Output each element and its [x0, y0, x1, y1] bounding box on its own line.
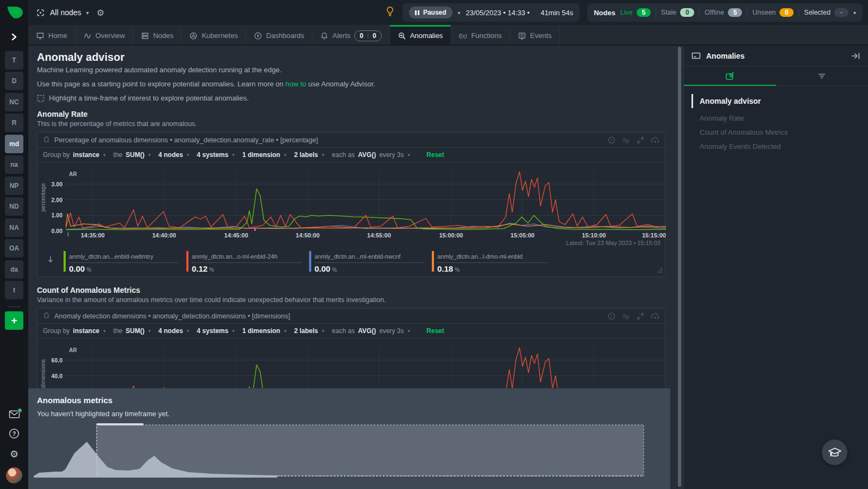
line-chart-svg[interactable]: [66, 170, 666, 231]
workspace-item-md[interactable]: md: [5, 135, 23, 153]
each-as-value[interactable]: AVG(): [358, 151, 376, 159]
node-state-unseen[interactable]: Unseen0: [752, 8, 794, 17]
chevron-down-icon[interactable]: ▾: [408, 328, 411, 334]
expand-rail-button[interactable]: [8, 30, 21, 45]
tab-dashboards[interactable]: Dashboards: [246, 25, 312, 45]
date-range-text[interactable]: 23/05/2023 • 14:33 •: [466, 9, 530, 17]
node-state-live[interactable]: Live5: [620, 8, 651, 17]
space-settings-gear-icon[interactable]: ⚙: [97, 8, 104, 18]
node-state-stale[interactable]: Stale0: [661, 8, 695, 17]
chevron-down-icon[interactable]: ▾: [232, 328, 235, 334]
timeframe-illustration[interactable]: [34, 423, 658, 480]
filter-subtab[interactable]: [776, 66, 868, 86]
sidebar-nav-anomaly-rate[interactable]: Anomaly Rate: [691, 111, 868, 126]
sidebar-nav-anomaly-advisor[interactable]: Anomaly advisor: [691, 94, 868, 108]
news-envelope-icon[interactable]: [9, 410, 20, 421]
rail-bottom-icons: ? ⚙: [0, 410, 28, 484]
sidebar-nav-anomaly-events-detected[interactable]: Anomaly Events Detected: [691, 140, 868, 154]
tab-anomalies[interactable]: Anomalies: [390, 25, 451, 45]
cloud-download-icon[interactable]: [651, 136, 659, 144]
aggregation-value[interactable]: SUM(): [125, 151, 144, 159]
netdata-logo[interactable]: [0, 0, 28, 25]
tab-overview[interactable]: Overview: [76, 25, 133, 45]
user-avatar[interactable]: [6, 467, 22, 484]
legend-sort-arrow-icon[interactable]: [47, 255, 64, 265]
workspace-item-NA[interactable]: NA: [5, 218, 23, 237]
each-as-value[interactable]: AVG(): [358, 327, 376, 335]
workspace-item-T[interactable]: T: [5, 51, 23, 70]
tab-alerts[interactable]: Alerts00: [312, 25, 390, 45]
chevron-down-icon[interactable]: ▾: [232, 152, 235, 158]
workspace-item-D[interactable]: D: [5, 72, 23, 90]
play-pause-button[interactable]: Paused: [409, 7, 452, 18]
workspace-item-ND[interactable]: ND: [5, 197, 23, 216]
info-icon[interactable]: i: [608, 312, 615, 320]
info-icon[interactable]: i: [608, 136, 615, 144]
workspace-item-da[interactable]: da: [5, 260, 23, 279]
settings-gear-icon[interactable]: ⚙: [10, 448, 18, 460]
advisor-subtab[interactable]: [684, 66, 776, 86]
every-label: every 3s: [379, 151, 404, 159]
resize-grip-icon[interactable]: [657, 265, 663, 275]
chevron-down-icon[interactable]: ▾: [148, 152, 151, 158]
lightbulb-icon[interactable]: [385, 6, 395, 19]
node-state-count: 5: [728, 8, 742, 17]
reset-button[interactable]: Reset: [426, 151, 444, 159]
node-state-offline[interactable]: Offline5: [705, 8, 742, 17]
tab-kubernetes[interactable]: Kubernetes: [181, 25, 246, 45]
tab-nodes[interactable]: Nodes: [133, 25, 182, 45]
chevron-down-icon[interactable]: ▾: [187, 152, 190, 158]
dimensions-dropdown[interactable]: 1 dimension: [242, 327, 280, 335]
systems-dropdown[interactable]: 4 systems: [197, 327, 228, 335]
chevron-down-icon[interactable]: ▾: [408, 152, 411, 158]
learn-fab-button[interactable]: [822, 440, 847, 465]
workspace-item-na[interactable]: na: [5, 155, 23, 174]
chevron-down-icon[interactable]: ▾: [284, 152, 287, 158]
chart-plot-area[interactable]: percentageAR3.002.001.000.00i14:35:0014:…: [37, 162, 665, 240]
workspace-item-NP[interactable]: NP: [5, 177, 23, 195]
chevron-down-icon[interactable]: ▾: [284, 328, 287, 334]
sidebar-nav-count-of-anomalous-metrics[interactable]: Count of Anomalous Metrics: [691, 126, 868, 140]
group-by-value[interactable]: instance: [73, 327, 99, 335]
workspace-item-t[interactable]: t: [5, 281, 23, 299]
nodes-dropdown[interactable]: 4 nodes: [158, 151, 183, 159]
cloud-download-icon[interactable]: [651, 312, 659, 320]
workspace-item-NC[interactable]: NC: [5, 93, 23, 111]
node-filter-picker[interactable]: All nodes ▾: [36, 8, 89, 17]
help-icon[interactable]: ?: [9, 428, 20, 441]
legend-item[interactable]: anmly_dtctn.an...l-dmo-ml-enbld0.18%: [432, 251, 555, 274]
how-to-link[interactable]: how to: [285, 80, 306, 88]
labels-dropdown[interactable]: 2 labels: [294, 151, 318, 159]
dimensions-dropdown[interactable]: 1 dimension: [242, 151, 280, 159]
fullscreen-icon[interactable]: [637, 136, 644, 144]
workspace-item-R[interactable]: R: [5, 114, 23, 132]
chevron-down-icon[interactable]: ▾: [322, 328, 325, 334]
chevron-down-icon[interactable]: ▾: [322, 152, 325, 158]
tab-home[interactable]: Home: [28, 25, 76, 45]
collapse-panel-icon[interactable]: [851, 52, 860, 60]
systems-dropdown[interactable]: 4 systems: [197, 151, 228, 159]
chevron-down-icon[interactable]: ▾: [853, 10, 856, 16]
group-by-value[interactable]: instance: [73, 151, 99, 159]
fullscreen-icon[interactable]: [637, 312, 644, 320]
chevron-down-icon[interactable]: ▾: [458, 10, 461, 16]
scrollbar-thumb[interactable]: [678, 47, 681, 487]
chart-type-icon[interactable]: [622, 136, 630, 144]
chevron-down-icon[interactable]: ▾: [187, 328, 190, 334]
tab-functions[interactable]: f(x)Functions: [451, 25, 510, 45]
chevron-down-icon[interactable]: ▾: [103, 328, 106, 334]
labels-dropdown[interactable]: 2 labels: [294, 327, 318, 335]
aggregation-value[interactable]: SUM(): [125, 327, 144, 335]
tab-events[interactable]: Events: [510, 25, 560, 45]
legend-item[interactable]: anmly_dtctn.an...ml-enbld-nwcnf0.00%: [309, 251, 432, 274]
nodes-dropdown[interactable]: 4 nodes: [158, 327, 183, 335]
chevron-down-icon[interactable]: ▾: [103, 152, 106, 158]
chevron-down-icon[interactable]: ▾: [148, 328, 151, 334]
chart-type-icon[interactable]: [622, 312, 630, 320]
workspace-item-OA[interactable]: OA: [5, 239, 23, 258]
legend-item[interactable]: anmly_dtctn.an...enbld-nwtlmtry0.00%: [64, 251, 186, 274]
add-workspace-button[interactable]: +: [5, 311, 23, 330]
legend-item[interactable]: anmly_dtctn.an...o-ml-enbld-24h0.12%: [186, 251, 309, 274]
reset-button[interactable]: Reset: [426, 327, 444, 335]
node-state-selected[interactable]: Selected-: [804, 8, 848, 17]
